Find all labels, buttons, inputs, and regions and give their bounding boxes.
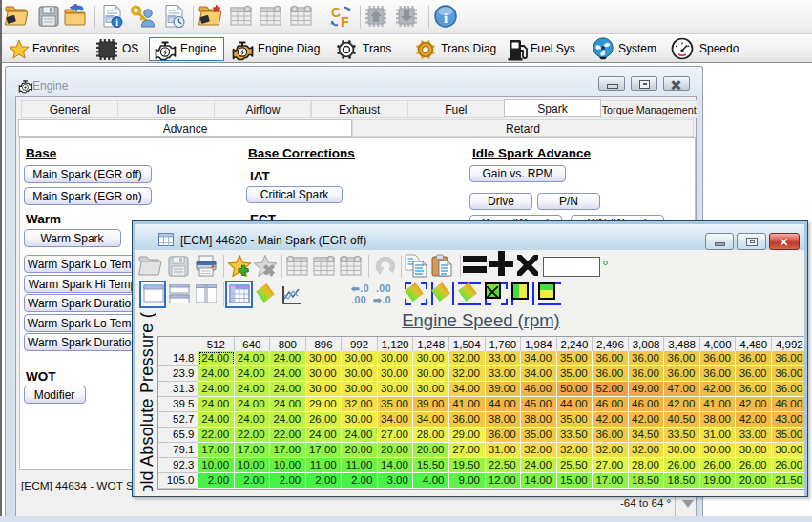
svg-text:C: C [331, 5, 341, 20]
svg-text:i: i [115, 18, 118, 28]
svg-text:i: i [444, 10, 448, 26]
svg-text:F: F [341, 14, 349, 29]
svg-text:fold Absolute Pressure (: fold Absolute Pressure ( [137, 312, 156, 491]
